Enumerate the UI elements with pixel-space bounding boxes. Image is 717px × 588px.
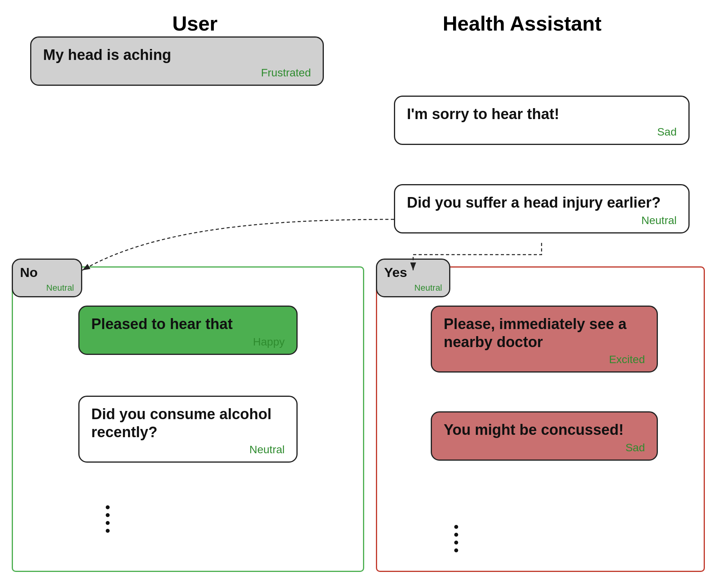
assistant-sorry-bubble: I'm sorry to hear that! Sad <box>394 96 690 145</box>
yes-bubble: Yes Neutral <box>376 259 450 297</box>
dot-4 <box>106 529 110 533</box>
dot-3 <box>106 521 110 525</box>
assistant-question-bubble: Did you suffer a head injury earlier? Ne… <box>394 184 690 233</box>
red-dot-list <box>454 525 458 552</box>
dot-5 <box>454 525 458 529</box>
pleased-bubble: Pleased to hear that Happy <box>78 306 298 355</box>
dot-1 <box>106 505 110 509</box>
user-msg1-bubble: My head is aching Frustrated <box>30 36 324 86</box>
dot-8 <box>454 548 458 552</box>
doctor-bubble: Please, immediately see a nearby doctor … <box>431 306 658 373</box>
dot-6 <box>454 533 458 537</box>
alcohol-bubble: Did you consume alcohol recently? Neutra… <box>78 396 298 463</box>
dot-7 <box>454 541 458 545</box>
green-dot-list <box>106 505 110 533</box>
concussed-bubble: You might be concussed! Sad <box>431 411 658 461</box>
assistant-header: Health Assistant <box>359 12 686 35</box>
user-header: User <box>31 12 359 35</box>
arrow-to-no <box>82 219 394 270</box>
dot-2 <box>106 513 110 517</box>
no-bubble: No Neutral <box>12 259 82 297</box>
